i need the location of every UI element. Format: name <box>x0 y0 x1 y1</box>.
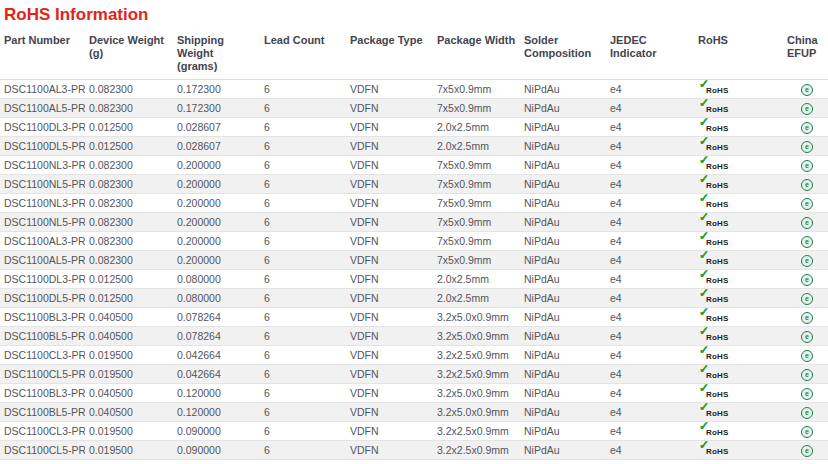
cell-jedec-indicator: e4 <box>606 251 694 270</box>
cell-device-weight: 0.012500 <box>85 118 173 137</box>
cell-package-type: VDFN <box>346 194 433 213</box>
green-check-icon: ✓ <box>699 99 709 111</box>
cell-jedec-indicator: e4 <box>606 422 694 441</box>
rohs-icon-label: RoHS <box>706 238 729 247</box>
cell-jedec-indicator: e4 <box>606 213 694 232</box>
table-row: DSC1100BL3-PROG 0.040500 0.078264 6 VDFN… <box>0 308 828 327</box>
cell-device-weight: 0.040500 <box>85 403 173 422</box>
cell-lead-count: 6 <box>260 213 346 232</box>
china-efup-icon: e <box>801 217 813 229</box>
cell-rohs: ✓ RoHS <box>694 80 783 99</box>
cell-shipping-weight: 0.172300 <box>173 99 260 118</box>
cell-jedec-indicator: e4 <box>606 194 694 213</box>
cell-package-width: 3.2x2.5x0.9mm <box>433 422 520 441</box>
cell-package-width: 7x5x0.9mm <box>433 232 520 251</box>
rohs-compliant-icon: ✓ RoHS <box>704 425 729 437</box>
cell-rohs: ✓ RoHS <box>694 118 783 137</box>
cell-package-width: 3.2x5.0x0.9mm <box>433 308 520 327</box>
cell-rohs: ✓ RoHS <box>694 251 783 270</box>
green-check-icon: ✓ <box>699 251 709 263</box>
cell-rohs: ✓ RoHS <box>694 232 783 251</box>
cell-rohs: ✓ RoHS <box>694 137 783 156</box>
cell-shipping-weight: 0.090000 <box>173 422 260 441</box>
china-efup-icon: e <box>801 445 813 457</box>
cell-china-efup: e <box>783 80 828 99</box>
cell-device-weight: 0.082300 <box>85 232 173 251</box>
cell-shipping-weight: 0.200000 <box>173 251 260 270</box>
cell-shipping-weight: 0.200000 <box>173 175 260 194</box>
table-row: DSC1100AL5-PROGT 0.082300 0.200000 6 VDF… <box>0 251 828 270</box>
cell-package-type: VDFN <box>346 327 433 346</box>
cell-rohs: ✓ RoHS <box>694 99 783 118</box>
cell-solder-composition: NiPdAu <box>520 365 606 384</box>
col-header-shipping-weight: Shipping Weight (grams) <box>173 32 260 80</box>
cell-china-efup: e <box>783 251 828 270</box>
cell-jedec-indicator: e4 <box>606 327 694 346</box>
cell-package-width: 2.0x2.5mm <box>433 118 520 137</box>
cell-rohs: ✓ RoHS <box>694 403 783 422</box>
cell-jedec-indicator: e4 <box>606 441 694 460</box>
cell-china-efup: e <box>783 327 828 346</box>
cell-lead-count: 6 <box>260 232 346 251</box>
cell-lead-count: 6 <box>260 346 346 365</box>
cell-jedec-indicator: e4 <box>606 346 694 365</box>
rohs-icon-label: RoHS <box>706 295 729 304</box>
rohs-icon-label: RoHS <box>706 371 729 380</box>
cell-solder-composition: NiPdAu <box>520 308 606 327</box>
cell-rohs: ✓ RoHS <box>694 270 783 289</box>
china-efup-icon: e <box>801 350 813 362</box>
cell-jedec-indicator: e4 <box>606 384 694 403</box>
cell-lead-count: 6 <box>260 99 346 118</box>
rohs-compliant-icon: ✓ RoHS <box>704 311 729 323</box>
cell-china-efup: e <box>783 99 828 118</box>
rohs-icon-label: RoHS <box>706 447 729 456</box>
cell-part-number: DSC1100DL5-PROGT <box>0 289 85 308</box>
cell-shipping-weight: 0.042664 <box>173 365 260 384</box>
china-efup-icon: e <box>801 198 813 210</box>
cell-jedec-indicator: e4 <box>606 137 694 156</box>
cell-jedec-indicator: e4 <box>606 365 694 384</box>
cell-shipping-weight: 0.042664 <box>173 346 260 365</box>
cell-rohs: ✓ RoHS <box>694 422 783 441</box>
cell-lead-count: 6 <box>260 289 346 308</box>
rohs-compliant-icon: ✓ RoHS <box>704 368 729 380</box>
cell-solder-composition: NiPdAu <box>520 213 606 232</box>
cell-device-weight: 0.082300 <box>85 80 173 99</box>
cell-package-type: VDFN <box>346 80 433 99</box>
rohs-icon-label: RoHS <box>706 143 729 152</box>
rohs-compliant-icon: ✓ RoHS <box>704 406 729 418</box>
cell-package-width: 7x5x0.9mm <box>433 175 520 194</box>
rohs-compliant-icon: ✓ RoHS <box>704 83 729 95</box>
cell-china-efup: e <box>783 441 828 460</box>
table-row: DSC1100CL5-PROG 0.019500 0.042664 6 VDFN… <box>0 365 828 384</box>
cell-package-width: 3.2x2.5x0.9mm <box>433 441 520 460</box>
col-header-package-type: Package Type <box>346 32 433 80</box>
cell-china-efup: e <box>783 232 828 251</box>
cell-lead-count: 6 <box>260 403 346 422</box>
cell-part-number: DSC1100DL5-PROG <box>0 137 85 156</box>
cell-jedec-indicator: e4 <box>606 156 694 175</box>
cell-device-weight: 0.040500 <box>85 384 173 403</box>
cell-package-width: 7x5x0.9mm <box>433 80 520 99</box>
cell-package-width: 7x5x0.9mm <box>433 251 520 270</box>
cell-device-weight: 0.019500 <box>85 441 173 460</box>
cell-jedec-indicator: e4 <box>606 308 694 327</box>
cell-package-width: 3.2x2.5x0.9mm <box>433 346 520 365</box>
cell-lead-count: 6 <box>260 175 346 194</box>
rohs-compliant-icon: ✓ RoHS <box>704 235 729 247</box>
page-title: RoHS Information <box>0 0 828 25</box>
cell-package-type: VDFN <box>346 99 433 118</box>
cell-package-width: 2.0x2.5mm <box>433 270 520 289</box>
cell-lead-count: 6 <box>260 365 346 384</box>
green-check-icon: ✓ <box>699 270 709 282</box>
cell-rohs: ✓ RoHS <box>694 346 783 365</box>
china-efup-icon: e <box>801 331 813 343</box>
china-efup-icon: e <box>801 274 813 286</box>
cell-part-number: DSC1100DL3-PROG <box>0 118 85 137</box>
china-efup-icon: e <box>801 103 813 115</box>
cell-jedec-indicator: e4 <box>606 403 694 422</box>
cell-rohs: ✓ RoHS <box>694 365 783 384</box>
col-header-part-number: Part Number <box>0 32 85 80</box>
rohs-information-page: RoHS Information Part Number Device Weig… <box>0 0 828 464</box>
rohs-icon-label: RoHS <box>706 105 729 114</box>
